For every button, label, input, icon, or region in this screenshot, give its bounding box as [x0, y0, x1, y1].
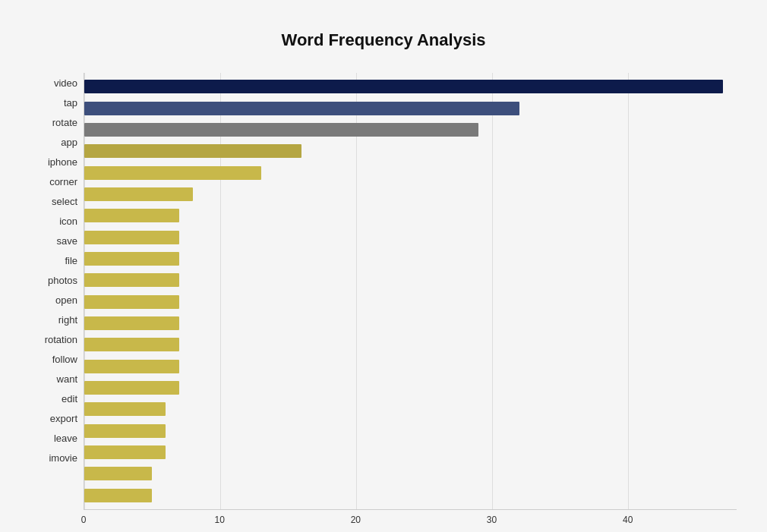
bar-row — [84, 355, 737, 376]
bar — [84, 123, 478, 137]
bar-row — [84, 377, 737, 398]
y-label: corner — [49, 172, 77, 191]
bar-row — [84, 442, 737, 463]
bar-row — [84, 76, 737, 97]
x-tick-label: 20 — [351, 515, 361, 525]
bar — [84, 231, 179, 244]
bar-row — [84, 463, 737, 484]
bar-row — [84, 97, 737, 118]
y-label: file — [65, 250, 77, 270]
y-label: open — [55, 290, 77, 310]
bars-area — [84, 73, 737, 510]
bar — [84, 316, 179, 330]
bar — [84, 209, 179, 222]
bar — [84, 144, 301, 158]
bars-and-x: 010203040 Frequency — [84, 73, 737, 532]
bar-row — [84, 119, 737, 140]
y-label: want — [57, 369, 77, 389]
y-label: imovie — [49, 448, 77, 467]
bar-row — [84, 162, 737, 183]
bar-row — [84, 334, 737, 355]
bar — [84, 252, 179, 266]
bar-row — [84, 269, 737, 291]
bar-row — [84, 226, 737, 247]
chart-area: videotaprotateappiphonecornerselecticons… — [30, 73, 737, 532]
bar — [84, 80, 723, 93]
x-tick-label: 40 — [623, 515, 633, 525]
bar-row — [84, 398, 737, 420]
bar — [84, 295, 179, 309]
bar-row — [84, 140, 737, 162]
bar — [84, 338, 179, 351]
bar — [84, 381, 179, 395]
y-label: icon — [59, 211, 77, 231]
y-label: export — [50, 408, 77, 428]
y-label: edit — [62, 389, 77, 408]
bar-row — [84, 205, 737, 226]
y-label: photos — [48, 270, 77, 290]
y-label: right — [58, 310, 77, 329]
bar-row — [84, 291, 737, 312]
y-axis-labels: videotaprotateappiphonecornerselecticons… — [30, 73, 84, 532]
chart-container: Word Frequency Analysis videotaprotateap… — [15, 15, 752, 532]
bar — [84, 467, 152, 480]
x-tick-label: 30 — [487, 515, 497, 525]
bar-row — [84, 313, 737, 334]
x-axis-labels: 010203040 — [84, 510, 737, 525]
y-label: rotate — [52, 112, 77, 132]
y-label: app — [61, 132, 77, 152]
x-tick-label: 0 — [81, 515, 87, 525]
y-label: rotation — [45, 329, 77, 349]
y-label: iphone — [48, 152, 77, 172]
y-label: follow — [52, 349, 77, 369]
y-label: select — [52, 191, 77, 211]
bar — [84, 489, 152, 502]
bar-row — [84, 485, 737, 506]
bar — [84, 166, 261, 180]
bar-row — [84, 184, 737, 205]
bar — [84, 445, 166, 459]
x-tick-label: 10 — [214, 515, 224, 525]
bar — [84, 102, 519, 115]
bar — [84, 360, 179, 373]
bar — [84, 424, 166, 438]
y-label: leave — [54, 428, 77, 448]
bar-row — [84, 420, 737, 442]
bar-row — [84, 248, 737, 269]
bar — [84, 402, 166, 416]
y-label: save — [57, 231, 77, 250]
bar — [84, 187, 193, 201]
chart-title: Word Frequency Analysis — [30, 30, 737, 50]
y-label: tap — [64, 93, 77, 112]
y-label: video — [54, 73, 77, 93]
bar — [84, 273, 179, 287]
